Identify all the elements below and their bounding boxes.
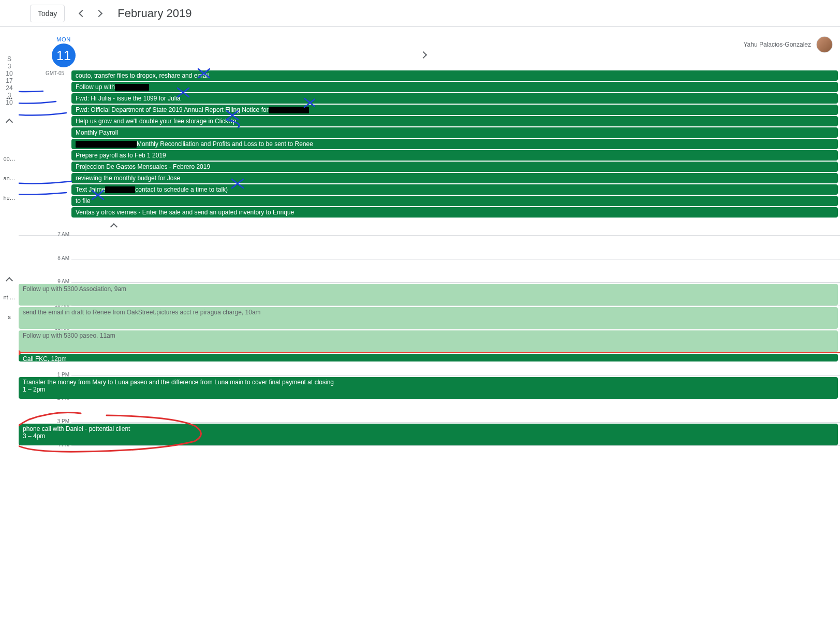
- sidebar-truncated[interactable]: nt …: [3, 294, 15, 300]
- day-header[interactable]: MON 11: [52, 36, 76, 67]
- timed-event[interactable]: phone call with Daniel - pottential clie…: [19, 424, 838, 445]
- timed-event[interactable]: Transfer the money from Mary to Luna pas…: [19, 377, 838, 399]
- collapse-allday-button[interactable]: [108, 221, 120, 233]
- time-grid[interactable]: 7 AM8 AM9 AM10 AM11 AM12 PM1 PM2 PM3 PM4…: [19, 236, 840, 469]
- allday-event[interactable]: Prepare payroll as fo Feb 1 2019: [71, 150, 838, 161]
- sidebar-truncated[interactable]: he…: [3, 195, 15, 201]
- today-button[interactable]: Today: [30, 5, 65, 22]
- svg-point-2: [11, 98, 12, 99]
- timed-event[interactable]: Follow up with 5300 Association, 9am: [19, 284, 838, 306]
- sidebar-truncated[interactable]: oo…: [3, 155, 15, 162]
- allday-section: GMT-05 couto, transfer files to dropox, …: [19, 67, 840, 236]
- day-header-row: MON 11 Yahu Palacios-Gonzalez: [19, 27, 840, 67]
- mini-cal-row[interactable]: 24: [6, 84, 12, 92]
- allday-event[interactable]: Projeccion De Gastos Mensuales - Febrero…: [71, 162, 838, 172]
- hour-row[interactable]: 7 AM: [71, 236, 840, 259]
- next-button[interactable]: [91, 5, 107, 22]
- day-name: MON: [56, 36, 71, 42]
- calendar-content: MON 11 Yahu Palacios-Gonzalez GMT-05 cou…: [19, 27, 840, 622]
- svg-point-0: [7, 98, 8, 99]
- allday-event[interactable]: couto, transfer files to dropox, reshare…: [71, 70, 838, 81]
- allday-event[interactable]: Fwd: Hi Julia - issue the 1099 for Julia: [71, 93, 838, 104]
- nav-arrows: [74, 5, 107, 22]
- mini-sidebar: S3101724310 oo…an…he… nt …s: [0, 27, 19, 622]
- hour-row[interactable]: 8 AM: [71, 259, 840, 282]
- now-indicator: [19, 352, 840, 353]
- allday-event[interactable]: Fwd: Official Department of State 2019 A…: [71, 105, 838, 115]
- allday-event[interactable]: Text Jaime contact to schedule a time to…: [71, 184, 838, 195]
- more-icon[interactable]: [6, 95, 13, 102]
- allday-event[interactable]: to file: [71, 196, 838, 206]
- person-label: Yahu Palacios-Gonzalez: [743, 36, 835, 53]
- hour-row[interactable]: 4 PM: [71, 445, 840, 469]
- timed-event[interactable]: send the email in draft to Renee from Oa…: [19, 307, 838, 329]
- svg-point-1: [9, 98, 10, 99]
- timed-event[interactable]: Call FKC, 12pm: [19, 354, 838, 361]
- month-title: February 2019: [117, 7, 191, 20]
- mini-cal-row[interactable]: 17: [6, 77, 12, 84]
- allday-event[interactable]: reviewing the monthly budget for Jose: [71, 173, 838, 183]
- allday-event[interactable]: Follow up with: [71, 82, 838, 92]
- sidebar-truncated[interactable]: an…: [3, 175, 15, 181]
- sidebar-truncated[interactable]: s: [8, 314, 11, 320]
- allday-event[interactable]: Monthly Payroll: [71, 127, 838, 138]
- top-bar: Today February 2019: [0, 0, 840, 27]
- mini-cal-row[interactable]: 10: [6, 70, 12, 77]
- mini-cal-row[interactable]: 3: [8, 63, 11, 70]
- hour-label: 8 AM: [53, 255, 69, 261]
- hour-row[interactable]: 2 PM: [71, 399, 840, 422]
- prev-button[interactable]: [74, 5, 91, 22]
- collapse-up-icon[interactable]: [0, 115, 19, 129]
- allday-event[interactable]: Ventas y otros viernes - Enter the sale …: [71, 207, 838, 218]
- avatar[interactable]: [816, 36, 833, 53]
- timed-event[interactable]: Follow up with 5300 paseo, 11am: [19, 330, 838, 352]
- allday-event[interactable]: Help us grow and we'll double your free …: [71, 116, 838, 126]
- timezone-label: GMT-05: [46, 70, 64, 76]
- allday-event[interactable]: Monthly Reconciliation and Profits and L…: [71, 139, 838, 149]
- day-number: 11: [52, 44, 76, 67]
- hour-label: 7 AM: [53, 232, 69, 237]
- person-name: Yahu Palacios-Gonzalez: [743, 41, 811, 48]
- collapse-up-icon-2[interactable]: [0, 273, 19, 288]
